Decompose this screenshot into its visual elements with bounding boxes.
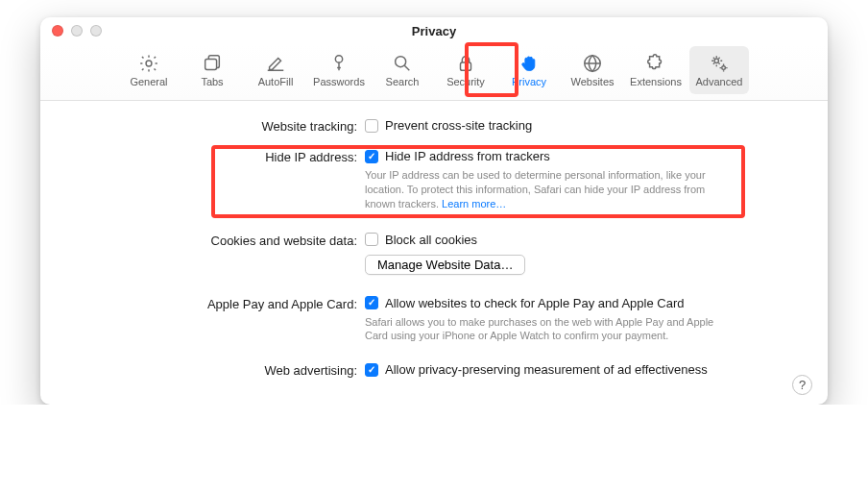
label-cookies: Cookies and website data:: [69, 233, 365, 248]
tab-passwords[interactable]: Passwords: [309, 46, 369, 94]
label-apple-pay: Apple Pay and Apple Card:: [69, 296, 365, 311]
preferences-window: Privacy General Tabs AutoFill Passwords: [40, 17, 828, 405]
lock-icon: [455, 53, 476, 74]
checkbox-allow-ad-measurement[interactable]: Allow privacy-preserving measurement of …: [365, 362, 795, 377]
label-web-advertising: Web advertising:: [69, 362, 365, 378]
svg-point-7: [722, 66, 726, 70]
checkbox-icon: [365, 233, 378, 246]
globe-icon: [582, 53, 603, 74]
tab-security[interactable]: Security: [436, 46, 495, 94]
checkbox-icon: [365, 296, 378, 309]
key-icon: [328, 53, 350, 74]
tab-label: Advanced: [696, 76, 743, 87]
tab-label: Security: [446, 76, 485, 87]
tab-extensions[interactable]: Extensions: [626, 46, 686, 94]
tab-label: Passwords: [313, 76, 365, 87]
row-web-advertising: Web advertising: Allow privacy-preservin…: [69, 362, 795, 378]
checkbox-label: Allow privacy-preserving measurement of …: [385, 362, 708, 377]
learn-more-link[interactable]: Learn more…: [442, 198, 506, 210]
checkbox-prevent-cross-site-tracking[interactable]: Prevent cross-site tracking: [365, 118, 795, 133]
window-title: Privacy: [40, 24, 828, 38]
tab-search[interactable]: Search: [373, 46, 432, 94]
tab-privacy[interactable]: Privacy: [499, 46, 559, 94]
checkbox-hide-ip-from-trackers[interactable]: Hide IP address from trackers: [365, 149, 795, 163]
titlebar: Privacy: [40, 17, 828, 44]
prefs-toolbar: General Tabs AutoFill Passwords Search: [40, 44, 828, 101]
tab-label: Privacy: [512, 76, 546, 87]
tab-label: AutoFill: [258, 76, 294, 87]
manage-website-data-button[interactable]: Manage Website Data…: [365, 255, 525, 275]
checkbox-label: Block all cookies: [385, 233, 477, 247]
tab-general[interactable]: General: [119, 46, 179, 94]
tab-label: General: [130, 76, 167, 87]
privacy-pane: Website tracking: Prevent cross-site tra…: [40, 101, 828, 393]
tab-tabs[interactable]: Tabs: [182, 46, 242, 94]
hand-icon: [518, 53, 540, 74]
tab-websites[interactable]: Websites: [563, 46, 622, 94]
tab-label: Tabs: [201, 76, 223, 87]
checkbox-allow-apple-pay-check[interactable]: Allow websites to check for Apple Pay an…: [365, 296, 795, 310]
tab-label: Extensions: [630, 76, 682, 87]
search-icon: [392, 53, 413, 74]
checkbox-block-all-cookies[interactable]: Block all cookies: [365, 233, 795, 247]
label-website-tracking: Website tracking:: [69, 118, 365, 134]
tab-autofill[interactable]: AutoFill: [246, 46, 305, 94]
checkbox-label: Prevent cross-site tracking: [385, 118, 532, 133]
row-cookies: Cookies and website data: Block all cook…: [69, 233, 795, 275]
row-apple-pay: Apple Pay and Apple Card: Allow websites…: [69, 296, 795, 344]
puzzle-icon: [645, 53, 666, 74]
apple-pay-description: Safari allows you to make purchases on t…: [365, 315, 720, 344]
tab-label: Websites: [570, 76, 614, 87]
gears-icon: [709, 53, 730, 74]
hide-ip-description: Your IP address can be used to determine…: [365, 168, 720, 211]
checkbox-icon: [365, 363, 378, 377]
svg-point-3: [396, 57, 406, 67]
checkbox-icon: [365, 119, 378, 133]
svg-point-6: [714, 59, 718, 62]
svg-point-0: [146, 61, 152, 66]
pencil-icon: [265, 53, 286, 74]
gear-icon: [138, 53, 159, 74]
svg-rect-1: [205, 59, 217, 69]
row-website-tracking: Website tracking: Prevent cross-site tra…: [69, 118, 795, 134]
tab-advanced[interactable]: Advanced: [689, 46, 749, 94]
checkbox-label: Hide IP address from trackers: [385, 149, 550, 163]
label-hide-ip: Hide IP address:: [69, 149, 365, 164]
checkbox-icon: [365, 150, 378, 163]
svg-rect-4: [461, 62, 471, 70]
svg-point-2: [335, 56, 342, 62]
tabs-icon: [202, 53, 223, 74]
checkbox-label: Allow websites to check for Apple Pay an…: [385, 296, 684, 310]
row-hide-ip: Hide IP address: Hide IP address from tr…: [69, 149, 795, 211]
tab-label: Search: [386, 76, 420, 87]
